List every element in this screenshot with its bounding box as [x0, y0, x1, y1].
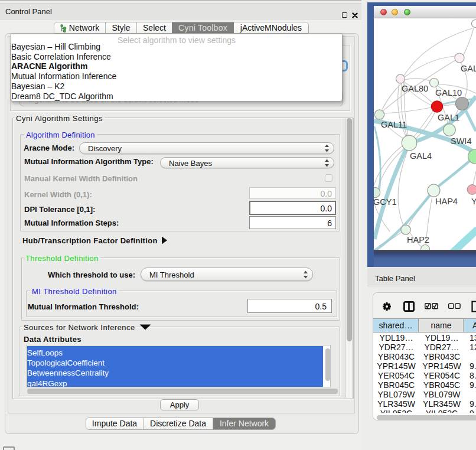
svg-text:GAL1: GAL1 — [438, 113, 459, 122]
svg-text:GAL80: GAL80 — [402, 84, 428, 93]
svg-text:GAL10: GAL10 — [435, 88, 462, 97]
svg-text:GAL: GAL — [461, 64, 476, 73]
svg-text:GCY1: GCY1 — [374, 197, 397, 207]
svg-text:HAP4: HAP4 — [435, 197, 458, 206]
svg-text:GAL4: GAL4 — [410, 151, 432, 161]
svg-text:Y: Y — [471, 197, 476, 206]
svg-text:HAP2: HAP2 — [407, 235, 429, 244]
svg-text:GAL11: GAL11 — [381, 120, 407, 129]
svg-text:SWI4: SWI4 — [451, 136, 471, 146]
